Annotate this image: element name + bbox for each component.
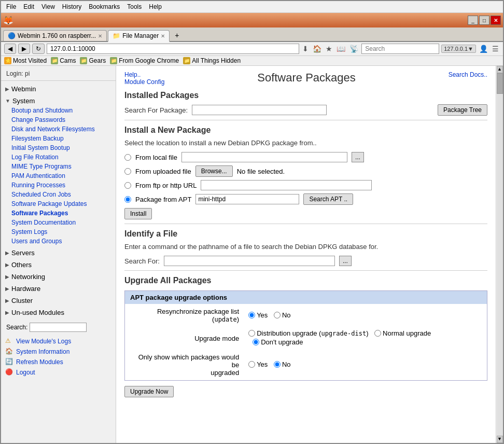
menu-tools[interactable]: Tools <box>124 2 145 11</box>
minimize-button[interactable]: _ <box>468 16 478 25</box>
search-docs-link[interactable]: Search Docs.. <box>449 71 487 78</box>
menu-icon[interactable]: ☰ <box>491 44 500 54</box>
radio-showonly-no[interactable] <box>274 361 281 368</box>
tab-webmin[interactable]: 🔵 Webmin 1.760 on raspberr... ✕ <box>3 30 107 41</box>
search-package-input[interactable] <box>192 105 327 115</box>
sidebar-link-pam[interactable]: PAM Authentication <box>1 171 116 181</box>
sidebar-link-processes[interactable]: Running Processes <box>1 181 116 190</box>
sidebar-logout[interactable]: 🔴 Logout <box>5 367 111 378</box>
sidebar-link-sysdoc[interactable]: System Documentation <box>1 218 116 227</box>
menu-bookmarks[interactable]: Bookmarks <box>86 2 123 11</box>
radio-resync-no[interactable] <box>274 312 281 318</box>
scroll-up-button[interactable]: ▲ <box>497 66 503 73</box>
radio-resync-yes[interactable] <box>248 312 255 318</box>
bookmark-google-chrome[interactable]: 📁 From Google Chrome <box>110 57 179 64</box>
radio-apt[interactable] <box>124 196 131 203</box>
search-apt-button[interactable]: Search APT .. <box>303 193 353 205</box>
sidebar-link-logrotation[interactable]: Log File Rotation <box>1 152 116 162</box>
bookmark-icon[interactable]: 📖 <box>335 44 346 54</box>
install-button[interactable]: Install <box>124 208 152 219</box>
tab-filemanager[interactable]: 📁 File Manager ✕ <box>108 30 170 42</box>
tab-filemanager-close[interactable]: ✕ <box>161 33 165 39</box>
radio-mode-dist[interactable] <box>248 330 255 337</box>
forward-button[interactable]: ▶ <box>18 44 30 54</box>
radio-local[interactable] <box>124 154 131 161</box>
sidebar-link-mime[interactable]: MIME Type Programs <box>1 162 116 171</box>
search-bar-input[interactable] <box>361 44 439 54</box>
upgrade-now-button[interactable]: Upgrade Now <box>124 386 174 397</box>
sidebar-view-logs[interactable]: ⚠ View Module's Logs <box>5 336 111 346</box>
radio-upload[interactable] <box>124 168 131 175</box>
scroll-thumb[interactable] <box>497 73 503 94</box>
maximize-button[interactable]: □ <box>479 16 489 25</box>
home-util-icon: 🏠 <box>5 348 13 356</box>
hardware-arrow-icon: ▶ <box>5 286 9 292</box>
bookmark-all-things[interactable]: 📁 All Things Hidden <box>183 57 241 64</box>
sidebar-link-disk[interactable]: Disk and Network Filesystems <box>1 124 116 134</box>
sidebar-section-unused-header[interactable]: ▶ Un-used Modules <box>1 308 116 317</box>
identify-dots-button[interactable]: ... <box>339 256 352 266</box>
sidebar-link-updates[interactable]: Software Package Updates <box>1 199 116 209</box>
identify-title: Identify a File <box>124 229 487 239</box>
package-tree-button[interactable]: Package Tree <box>438 104 487 116</box>
bookmark-gears[interactable]: 📁 Gears <box>80 57 106 64</box>
sidebar-system-info[interactable]: 🏠 System Information <box>5 346 111 357</box>
menu-view[interactable]: View <box>38 2 58 11</box>
identify-search-input[interactable] <box>164 256 335 266</box>
back-button[interactable]: ◀ <box>4 44 16 54</box>
rss-icon[interactable]: 📡 <box>348 44 359 54</box>
menu-file[interactable]: File <box>3 2 19 11</box>
radio-mode-normal[interactable] <box>374 330 381 337</box>
sidebar-section-system-header[interactable]: ▼ System <box>1 96 116 106</box>
menu-history[interactable]: History <box>59 2 85 11</box>
menu-edit[interactable]: Edit <box>20 2 37 11</box>
download-icon[interactable]: ⬇ <box>301 44 310 54</box>
scroll-down-button[interactable]: ▼ <box>497 436 503 443</box>
radio-mode-dont[interactable] <box>253 339 259 345</box>
radio-ftp[interactable] <box>124 182 131 189</box>
refresh-icon: 🔄 <box>5 358 13 366</box>
divider-3 <box>124 270 487 271</box>
profile-icon[interactable]: 👤 <box>478 44 489 54</box>
hostname-label[interactable]: 127.0.0.1▼ <box>441 45 476 53</box>
local-dots-button[interactable]: ... <box>352 152 364 162</box>
sidebar-link-initial[interactable]: Initial System Bootup <box>1 143 116 152</box>
close-button[interactable]: ✕ <box>491 16 501 25</box>
ftp-url-input[interactable] <box>201 180 372 190</box>
sidebar-link-bootup[interactable]: Bootup and Shutdown <box>1 106 116 115</box>
sidebar-refresh[interactable]: 🔄 Refresh Modules <box>5 357 111 367</box>
menu-help[interactable]: Help <box>146 2 165 11</box>
sidebar-link-backup[interactable]: Filesystem Backup <box>1 134 116 143</box>
reload-button[interactable]: ↻ <box>32 44 45 54</box>
star-icon[interactable]: ★ <box>325 44 333 54</box>
sidebar-link-cron[interactable]: Scheduled Cron Jobs <box>1 190 116 199</box>
sidebar-section-others-header[interactable]: ▶ Others <box>1 260 116 270</box>
bookmark-cams[interactable]: 📁 Cams <box>51 57 76 64</box>
bookmark-most-visited[interactable]: ⭐ Most Visited <box>4 57 47 64</box>
sidebar-section-networking-header[interactable]: ▶ Networking <box>1 272 116 282</box>
sidebar-section-webmin-header[interactable]: ▶ Webmin <box>1 84 116 94</box>
option-apt: Package from APT Search APT .. <box>124 193 487 205</box>
sidebar-link-syslogs[interactable]: System Logs <box>1 227 116 237</box>
browse-button[interactable]: Browse... <box>195 165 233 177</box>
sidebar-section-cluster: ▶ Cluster <box>1 295 116 307</box>
sidebar-section-hardware-header[interactable]: ▶ Hardware <box>1 284 116 294</box>
sidebar-link-passwords[interactable]: Change Passwords <box>1 115 116 124</box>
module-config-link[interactable]: Module Config <box>124 78 164 86</box>
tab-bar: 🔵 Webmin 1.760 on raspberr... ✕ 📁 File M… <box>1 27 503 42</box>
sidebar-search-input[interactable] <box>30 323 87 332</box>
scrollbar[interactable]: ▲ ▼ <box>496 66 503 443</box>
address-input[interactable] <box>47 44 299 54</box>
main-area: Login: pi ▶ Webmin ▼ System Bootup and S… <box>1 66 503 443</box>
local-file-input[interactable] <box>181 152 347 162</box>
new-tab-button[interactable]: + <box>171 30 183 41</box>
tab-webmin-close[interactable]: ✕ <box>98 33 102 39</box>
help-link[interactable]: Help.. <box>124 71 164 78</box>
home-icon[interactable]: 🏠 <box>312 44 323 54</box>
apt-package-input[interactable] <box>195 194 299 204</box>
sidebar-section-cluster-header[interactable]: ▶ Cluster <box>1 296 116 306</box>
sidebar-section-servers-header[interactable]: ▶ Servers <box>1 248 116 258</box>
sidebar-link-users[interactable]: Users and Groups <box>1 237 116 246</box>
radio-showonly-yes[interactable] <box>248 361 255 368</box>
sidebar-link-packages[interactable]: Software Packages <box>1 209 116 218</box>
